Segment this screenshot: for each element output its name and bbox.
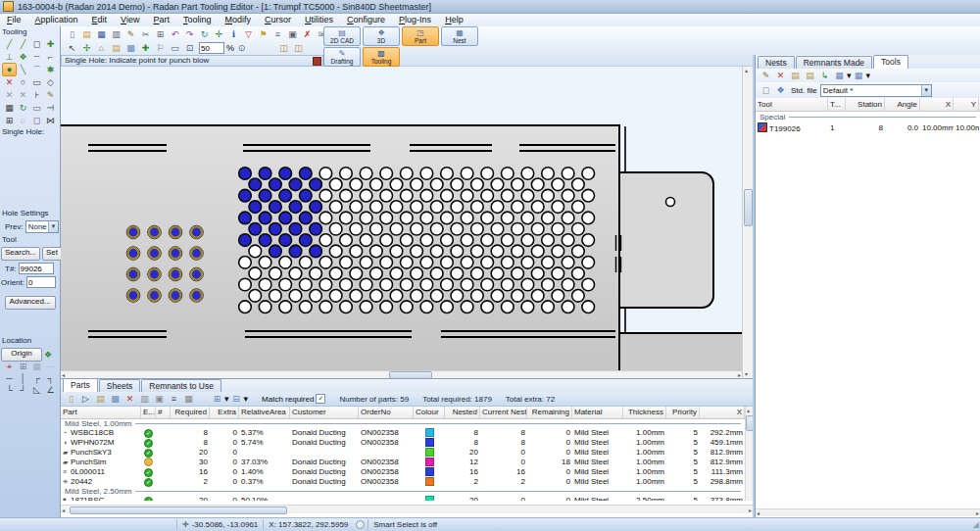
punch-hole[interactable] (411, 178, 423, 191)
punch-hole[interactable] (451, 201, 464, 214)
menu-part[interactable]: Part (146, 14, 176, 26)
measure-icon[interactable]: ✢ (80, 41, 94, 55)
punch-hole[interactable] (562, 257, 574, 269)
new-icon[interactable]: ▯ (66, 27, 79, 41)
tab-tools[interactable]: Tools (873, 55, 908, 69)
punch-hole[interactable] (340, 168, 353, 180)
punch-hole[interactable] (582, 257, 595, 269)
punch-hole[interactable] (512, 290, 524, 303)
punch-hole[interactable] (502, 301, 514, 314)
punch-hole[interactable] (572, 290, 585, 303)
punch-hole[interactable] (360, 278, 372, 291)
mode-button-part[interactable]: ◳Part (402, 26, 439, 46)
punch-hole[interactable] (521, 301, 534, 314)
punch-hole[interactable] (471, 178, 484, 191)
punch-hole[interactable] (350, 222, 363, 235)
punch-hole[interactable] (491, 222, 504, 235)
part-drawing[interactable] (61, 67, 753, 378)
palette-tool-12[interactable]: ✕ (2, 75, 17, 89)
table-row[interactable]: ▰PunchSim30037.03%Donald DuctingON002358… (61, 458, 745, 467)
punch-hole[interactable] (401, 301, 414, 314)
punch-hole[interactable] (390, 201, 403, 214)
tooled-hole[interactable] (171, 269, 181, 280)
punch-hole[interactable] (329, 222, 342, 235)
location-icon-8[interactable]: └ (3, 385, 16, 396)
column-header-extra[interactable]: Extra (210, 407, 239, 418)
punch-hole[interactable] (380, 301, 393, 314)
punch-hole[interactable] (430, 178, 443, 191)
punch-hole[interactable] (411, 267, 423, 280)
punch-hole[interactable] (300, 257, 313, 269)
tool-filter-dropdown[interactable]: ▦ (852, 69, 865, 82)
punch-hole[interactable] (319, 278, 332, 291)
delete-user-icon[interactable]: ✗ (301, 27, 315, 41)
punch-hole[interactable] (380, 212, 393, 224)
drawing-canvas[interactable] (61, 67, 753, 378)
tooled-hole[interactable] (191, 269, 202, 280)
punch-hole[interactable] (512, 245, 524, 258)
column-header-remaining[interactable]: Remaining (527, 407, 572, 418)
punch-hole[interactable] (572, 178, 585, 191)
punch-hole[interactable] (390, 267, 403, 280)
palette-tool-21[interactable]: ↻ (16, 101, 30, 115)
menu-modify[interactable]: Modify (219, 14, 259, 26)
punch-hole[interactable] (572, 222, 585, 235)
advanced-button[interactable]: Advanced... (5, 296, 56, 310)
punch-hole[interactable] (401, 257, 414, 269)
punch-hole[interactable] (380, 189, 393, 202)
menu-cursor[interactable]: Cursor (258, 14, 298, 26)
punch-hole[interactable] (552, 245, 564, 258)
punch-hole[interactable] (390, 178, 403, 191)
punch-hole[interactable] (370, 245, 383, 258)
punch-hole[interactable] (451, 222, 464, 235)
punch-hole[interactable] (521, 234, 534, 247)
punch-hole[interactable] (411, 245, 423, 258)
palette-tool-13[interactable]: ○ (16, 75, 30, 89)
punch-hole[interactable] (552, 222, 564, 235)
column-header-colour[interactable]: Colour (414, 407, 445, 418)
tooled-hole[interactable] (128, 227, 139, 238)
punch-hole[interactable] (461, 257, 473, 269)
copy-icon[interactable]: ⊞ (154, 27, 168, 41)
punch-hole[interactable] (411, 222, 423, 235)
punch-hole[interactable] (390, 290, 403, 303)
tooled-hole[interactable] (171, 227, 181, 238)
zoom-indicator-icon[interactable]: ⊙ (235, 41, 249, 55)
punch-hole[interactable] (552, 178, 564, 191)
punch-hole[interactable] (491, 290, 504, 303)
punch-hole[interactable] (441, 212, 454, 224)
filter-dropdown[interactable]: ⊟▾ (229, 392, 249, 406)
location-icon-9[interactable]: ┘ (17, 385, 29, 396)
punch-hole[interactable] (531, 245, 544, 258)
column-header-customer[interactable]: Customer (290, 407, 359, 418)
edit-icon[interactable]: ✎ (124, 27, 138, 41)
palette-tool-1[interactable]: ╱ (16, 37, 30, 51)
punch-hole[interactable] (582, 189, 595, 202)
flag2-icon[interactable]: ⚐ (154, 41, 168, 55)
tab-remnants-to-use[interactable]: Remnants to Use (141, 379, 221, 392)
palette-tool-11[interactable]: ✱ (43, 63, 58, 76)
punch-hole[interactable] (531, 222, 544, 235)
tooled-hole[interactable] (239, 234, 252, 247)
punch-hole[interactable] (401, 212, 414, 224)
delete-part-icon[interactable]: ✕ (123, 392, 137, 406)
table-row[interactable]: ▰PunchSkY3✓2002000Mild Steel1.00mm5812.9… (61, 448, 745, 458)
columns-dropdown[interactable]: ⊞▾ (210, 392, 229, 406)
scroll-up-icon[interactable]: ▴ (747, 407, 750, 414)
punch-hole[interactable] (360, 212, 372, 224)
punch-hole[interactable] (310, 267, 322, 280)
punch-hole[interactable] (279, 301, 292, 314)
mode-button-drafting[interactable]: ✎Drafting (323, 47, 361, 67)
punch-hole[interactable] (350, 201, 363, 214)
scroll-left-icon[interactable]: ◂ (757, 509, 760, 517)
column-header-orderno[interactable]: OrderNo (359, 407, 414, 418)
location-icon-2[interactable]: ▦ (30, 362, 43, 372)
parts-table-hscrollbar[interactable]: ◂ ▸ (61, 505, 753, 513)
column-header-y[interactable]: Y (954, 98, 979, 111)
punch-hole[interactable] (270, 290, 282, 303)
punch-hole[interactable] (461, 234, 473, 247)
column-header-[interactable]: # (156, 407, 171, 418)
punch-hole[interactable] (249, 290, 262, 303)
tool-view-dropdown[interactable]: ▦ (833, 69, 847, 82)
column-header-part[interactable]: Part (61, 407, 141, 418)
